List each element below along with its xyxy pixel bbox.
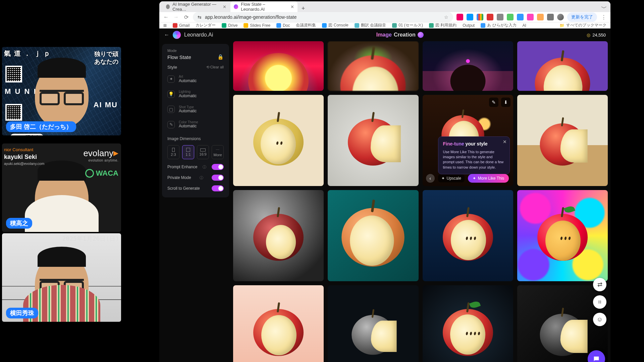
gallery-image[interactable] xyxy=(328,190,418,281)
bookmark-item[interactable]: 図 Console xyxy=(322,22,348,28)
nav-back-icon[interactable]: ← xyxy=(163,14,169,20)
extension-icon[interactable] xyxy=(497,14,503,20)
help-fab[interactable]: ☺ xyxy=(593,313,606,326)
style-shot-type[interactable]: ▢ Shot TypeAutomatic xyxy=(167,104,224,115)
style-art[interactable]: ✦ ArtAutomatic xyxy=(167,73,224,85)
bookmark-item[interactable]: Drive xyxy=(222,23,237,28)
switch-icon[interactable] xyxy=(212,164,224,170)
bookmark-item[interactable]: あ ひらがな入力 xyxy=(481,22,516,28)
dimensions-row: 2:3 1:1 16:9 ⋯ More xyxy=(167,145,224,159)
dim-1-1[interactable]: 1:1 xyxy=(182,145,194,159)
upscale-button[interactable]: ✦ Upscale xyxy=(438,174,465,182)
style-color-theme[interactable]: ✎ Color ThemeAutomatic xyxy=(167,119,224,130)
grid-fab[interactable]: ⌗ xyxy=(593,295,606,309)
bookmark-item[interactable]: 会議資料集 xyxy=(296,22,316,28)
nav-reload-icon[interactable]: ⟳ xyxy=(183,14,190,20)
gallery-image[interactable] xyxy=(233,95,324,186)
close-tab-icon[interactable]: ✕ xyxy=(223,4,226,9)
gallery-image[interactable] xyxy=(328,285,418,362)
toggle-prompt-enhance[interactable]: Prompt Enhance ⓘ xyxy=(167,163,224,170)
browser-update-button[interactable]: 更新を完了 xyxy=(567,12,597,22)
gallery-image[interactable] xyxy=(328,95,418,186)
bookmark-item[interactable]: 翻訳 会議録音 xyxy=(355,22,386,28)
gallery-image[interactable] xyxy=(517,95,608,186)
cam2-brand: evolany▸ evolution anytime. WACA xyxy=(83,147,118,178)
extension-icon[interactable] xyxy=(547,14,554,20)
browser-tab-active[interactable]: Flow State – Leonardo.AI ✕ xyxy=(230,1,298,12)
credits-counter[interactable]: ◎ 24,550 xyxy=(587,33,606,38)
switch-icon[interactable] xyxy=(212,185,224,191)
dim-16-9[interactable]: 16:9 xyxy=(197,145,209,159)
cam1-name: 多田 啓二（ただっち） xyxy=(6,121,76,132)
chat-icon xyxy=(593,355,600,362)
extension-icon[interactable] xyxy=(487,14,493,20)
sidebar-mode[interactable]: Flow State 🔒 xyxy=(167,54,224,60)
lock-icon: ⇆ xyxy=(198,14,202,20)
bookmark-item[interactable]: 01 (セールス) xyxy=(392,22,423,28)
bookmark-item[interactable]: Slides Free xyxy=(244,23,270,28)
extension-icon[interactable] xyxy=(467,14,473,20)
gallery-image-active[interactable]: ✎ ⬇ ✕ Fine-tune your style Use More Like… xyxy=(423,95,513,186)
qr-code xyxy=(5,104,22,121)
browser-tab[interactable]: AI Image Generator — Crea… ✕ xyxy=(163,1,230,12)
dim-more[interactable]: ⋯ More xyxy=(212,145,224,159)
gallery-image[interactable] xyxy=(328,41,418,91)
all-bookmarks-button[interactable]: 📁 すべてのブックマーク xyxy=(559,22,606,28)
close-tab-icon[interactable]: ✕ xyxy=(290,4,294,9)
profile-avatar-icon[interactable] xyxy=(557,14,564,20)
pen-icon: ✎ xyxy=(167,121,175,128)
bookmark-item[interactable]: Doc xyxy=(276,23,290,28)
extension-icon[interactable] xyxy=(527,14,534,20)
gallery-image[interactable] xyxy=(517,41,608,91)
extension-icon[interactable] xyxy=(507,14,514,20)
gallery-image[interactable] xyxy=(423,190,513,281)
dimensions-title: Image Dimensions xyxy=(167,136,224,141)
close-popover-icon[interactable]: ✕ xyxy=(503,139,507,145)
extension-icon[interactable] xyxy=(517,14,524,20)
cam3-name: 横田秀珠 xyxy=(6,308,38,318)
apps-icon[interactable]: ⊞ xyxy=(163,23,167,28)
toggle-private-mode[interactable]: Private Mode ⓘ xyxy=(167,173,224,181)
extensions-row xyxy=(457,14,564,20)
bookmark-item[interactable]: 図 利用規約 xyxy=(429,22,457,28)
gallery-image[interactable] xyxy=(423,41,513,91)
url-input[interactable]: ⇆ app.leonardo.ai/image-generation/flow-… xyxy=(193,12,453,22)
cam2-identity: nior Consultant kayuki Seki ayuki.seki@e… xyxy=(4,147,44,167)
frame-icon: ▢ xyxy=(167,106,175,113)
edit-image-button[interactable]: ✎ xyxy=(489,98,498,107)
header-mode[interactable]: Image Creation xyxy=(216,32,583,38)
gallery-image[interactable] xyxy=(517,190,608,281)
nav-forward-icon[interactable]: → xyxy=(173,14,179,20)
bookmark-item[interactable]: カレンダー xyxy=(196,22,216,28)
browser-menu-icon[interactable]: ⋮ xyxy=(600,14,607,20)
bookmark-item[interactable]: Gmail xyxy=(173,23,190,28)
bookmark-star-icon[interactable]: ☆ xyxy=(444,14,448,20)
more-like-this-button[interactable]: ✦ More Like This xyxy=(468,174,509,183)
gallery-image[interactable] xyxy=(233,41,324,91)
extension-icon[interactable] xyxy=(537,14,544,20)
download-image-button[interactable]: ⬇ xyxy=(501,98,511,107)
bookmark-item[interactable]: AI xyxy=(523,23,526,28)
bookmark-item[interactable]: Output xyxy=(463,23,475,28)
bulb-icon: 💡 xyxy=(167,90,175,98)
translate-fab[interactable]: ⇄ xyxy=(593,278,606,291)
window-dropdown-icon[interactable]: ﹀ xyxy=(601,4,607,12)
tab-title: AI Image Generator — Crea… xyxy=(172,2,220,12)
gallery-image[interactable] xyxy=(233,285,324,362)
floating-buttons: ⇄ ⌗ ☺ xyxy=(593,278,606,326)
extension-icon[interactable] xyxy=(477,14,483,20)
extension-icon[interactable] xyxy=(457,14,463,20)
new-tab-button[interactable]: + xyxy=(298,5,308,12)
browser-window: AI Image Generator — Crea… ✕ Flow State … xyxy=(159,1,610,362)
app-back-icon[interactable]: ← xyxy=(164,32,169,38)
gallery-image[interactable] xyxy=(233,190,324,281)
mode-selector-icon[interactable] xyxy=(418,32,424,38)
toggle-scroll-generate[interactable]: Scroll to Generate xyxy=(167,184,224,191)
prev-image-button[interactable]: ‹ xyxy=(426,174,435,183)
style-lighting[interactable]: 💡 LightingAutomatic xyxy=(167,88,224,100)
switch-icon[interactable] xyxy=(212,175,224,181)
gallery-image[interactable] xyxy=(423,285,513,362)
dim-2-3[interactable]: 2:3 xyxy=(167,145,179,159)
clear-all-button[interactable]: ⟲ Clear all xyxy=(206,65,224,69)
cam1-slogan: 独りで頑 あなたの xyxy=(94,50,118,66)
